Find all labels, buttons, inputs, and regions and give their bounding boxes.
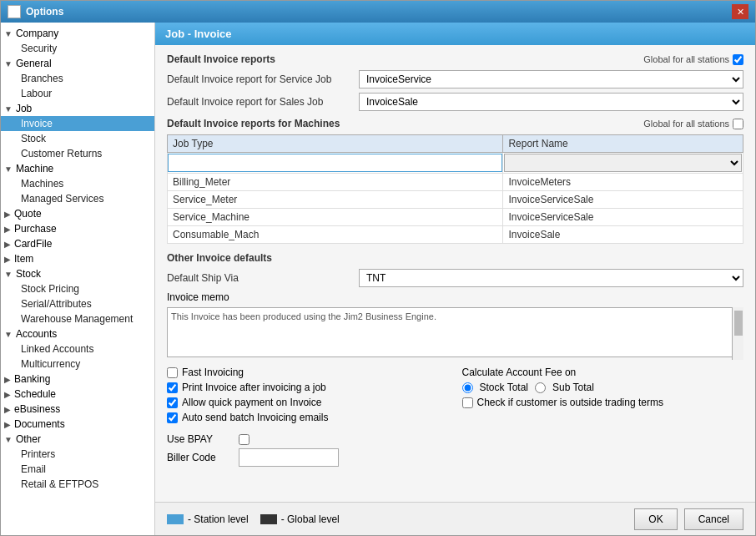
station-legend-item: - Station level <box>167 513 249 525</box>
job-type-billing: Billing_Meter <box>168 174 503 191</box>
table-row: Service_Meter InvoiceServiceSale <box>168 191 743 209</box>
service-job-label: Default Invoice report for Service Job <box>167 73 359 85</box>
sub-total-label: Sub Total <box>552 382 594 393</box>
fast-invoicing-row: Fast Invoicing <box>167 367 449 378</box>
stock-total-radio[interactable] <box>462 382 473 393</box>
sidebar-group-company-text: Company <box>16 28 58 39</box>
sidebar-item-warehouse-management[interactable]: Warehouse Management <box>1 311 154 326</box>
sidebar-group-other: ▼ Other Printers Email Retail & EFTPOS <box>1 432 154 492</box>
arrow-icon: ▶ <box>4 240 11 249</box>
sidebar-group-ebusiness-label[interactable]: ▶ eBusiness <box>1 402 154 417</box>
global-legend-label: - Global level <box>281 513 340 525</box>
sales-job-select[interactable]: InvoiceSale <box>359 93 743 111</box>
quick-payment-label: Allow quick payment on Invoice <box>182 397 321 408</box>
sidebar-group-machine-label[interactable]: ▼ Machine <box>1 161 154 176</box>
service-job-select[interactable]: InvoiceService <box>359 70 743 88</box>
invoice-memo-wrapper: This Invoice has been produced using the… <box>167 307 743 360</box>
sidebar-item-branches[interactable]: Branches <box>1 71 154 86</box>
use-bpay-checkbox[interactable] <box>239 434 249 445</box>
sidebar-group-quote-label[interactable]: ▶ Quote <box>1 206 154 221</box>
global-all-stations-checkbox[interactable] <box>733 54 743 65</box>
fast-invoicing-checkbox[interactable] <box>167 367 178 378</box>
service-job-row: Default Invoice report for Service Job I… <box>167 70 743 88</box>
sidebar-group-stock-label[interactable]: ▼ Stock <box>1 266 154 281</box>
report-billing: InvoiceMeters <box>503 174 743 191</box>
sidebar-group-ebusiness-text: eBusiness <box>14 403 60 415</box>
content-body: Default Invoice reports Global for all s… <box>155 45 755 502</box>
sidebar-group-quote: ▶ Quote <box>1 206 154 221</box>
col-job-type: Job Type <box>168 135 503 153</box>
sidebar-group-company-label[interactable]: ▼ Company <box>1 26 154 41</box>
biller-code-input[interactable] <box>239 448 339 467</box>
sidebar-item-email[interactable]: Email <box>1 462 154 477</box>
sidebar-group-general-text: General <box>16 58 52 69</box>
sidebar-item-managed-services[interactable]: Managed Services <box>1 191 154 206</box>
sidebar-group-cardfile-label[interactable]: ▶ CardFile <box>1 236 154 251</box>
main-content: ▼ Company Security ▼ General Branches La… <box>1 23 755 535</box>
quick-payment-checkbox[interactable] <box>167 397 178 408</box>
sidebar-group-cardfile: ▶ CardFile <box>1 236 154 251</box>
col-report-name: Report Name <box>503 135 743 153</box>
cancel-button[interactable]: Cancel <box>684 508 743 530</box>
report-consumable: InvoiceSale <box>503 226 743 244</box>
sidebar-item-linked-accounts[interactable]: Linked Accounts <box>1 341 154 356</box>
check-trading-checkbox[interactable] <box>462 397 473 408</box>
auto-send-label: Auto send batch Invoicing emails <box>182 412 328 423</box>
sidebar-group-accounts-label[interactable]: ▼ Accounts <box>1 326 154 341</box>
ship-via-select[interactable]: TNT <box>359 269 743 287</box>
sidebar-group-quote-text: Quote <box>14 208 42 220</box>
sidebar-item-retail-eftpos[interactable]: Retail & EFTPOS <box>1 477 154 492</box>
machine-table: Job Type Report Name <box>167 134 743 244</box>
ok-button[interactable]: OK <box>634 508 677 530</box>
print-invoice-checkbox[interactable] <box>167 382 178 393</box>
sidebar-group-schedule-label[interactable]: ▶ Schedule <box>1 387 154 402</box>
sidebar-item-machines[interactable]: Machines <box>1 176 154 191</box>
global-all-stations-label: Global for all stations <box>643 54 729 64</box>
sidebar-group-documents-label[interactable]: ▶ Documents <box>1 417 154 432</box>
arrow-icon: ▼ <box>4 59 13 68</box>
sidebar-item-printers[interactable]: Printers <box>1 447 154 462</box>
sidebar-item-labour[interactable]: Labour <box>1 86 154 101</box>
footer-legend: - Station level - Global level <box>167 513 340 525</box>
other-defaults-row: Other Invoice defaults <box>167 252 743 264</box>
sidebar-group-item-text: Item <box>14 253 33 265</box>
sidebar-item-stock[interactable]: Stock <box>1 131 154 146</box>
sub-total-radio[interactable] <box>535 382 546 393</box>
machine-global-checkbox[interactable] <box>733 119 743 129</box>
job-type-input[interactable] <box>169 154 501 171</box>
report-name-select[interactable] <box>504 154 742 172</box>
station-legend-box <box>167 514 184 524</box>
bottom-options: Fast Invoicing Print Invoice after invoi… <box>167 367 743 427</box>
sidebar-group-other-label[interactable]: ▼ Other <box>1 432 154 447</box>
sidebar-item-multicurrency[interactable]: Multicurrency <box>1 356 154 372</box>
arrow-icon: ▼ <box>4 270 13 279</box>
arrow-icon: ▼ <box>4 104 13 114</box>
arrow-icon: ▶ <box>4 255 11 264</box>
invoice-memo[interactable]: This Invoice has been produced using the… <box>167 307 743 357</box>
table-row: Consumable_Mach InvoiceSale <box>168 226 743 244</box>
sidebar-group-job-label[interactable]: ▼ Job <box>1 101 154 116</box>
print-invoice-row: Print Invoice after invoicing a job <box>167 382 449 393</box>
sidebar-group-banking-label[interactable]: ▶ Banking <box>1 372 154 387</box>
sidebar-item-serial-attributes[interactable]: Serial/Attributes <box>1 296 154 311</box>
auto-send-checkbox[interactable] <box>167 412 178 423</box>
sidebar-group-item-label[interactable]: ▶ Item <box>1 251 154 266</box>
sidebar-group-general-label[interactable]: ▼ General <box>1 56 154 71</box>
sidebar-item-customer-returns[interactable]: Customer Returns <box>1 146 154 161</box>
bpay-section: Use BPAY Biller Code <box>167 433 743 467</box>
ship-via-label: Default Ship Via <box>167 272 359 284</box>
station-legend-label: - Station level <box>188 513 249 525</box>
content-header: Job - Invoice <box>155 23 755 45</box>
sidebar-item-security[interactable]: Security <box>1 41 154 56</box>
sidebar-item-stock-pricing[interactable]: Stock Pricing <box>1 281 154 296</box>
memo-scrollbar[interactable] <box>732 307 743 360</box>
invoice-memo-label-row: Invoice memo <box>167 291 743 303</box>
sidebar-group-purchase-text: Purchase <box>14 223 57 235</box>
footer-buttons: OK Cancel <box>634 508 743 530</box>
sidebar-group-stock: ▼ Stock Stock Pricing Serial/Attributes … <box>1 266 154 326</box>
close-button[interactable]: ✕ <box>732 4 748 19</box>
sidebar-group-machine: ▼ Machine Machines Managed Services <box>1 161 154 206</box>
sidebar-group-purchase-label[interactable]: ▶ Purchase <box>1 221 154 236</box>
sidebar-group-general: ▼ General Branches Labour <box>1 56 154 101</box>
sidebar-item-invoice[interactable]: Invoice <box>1 116 154 131</box>
